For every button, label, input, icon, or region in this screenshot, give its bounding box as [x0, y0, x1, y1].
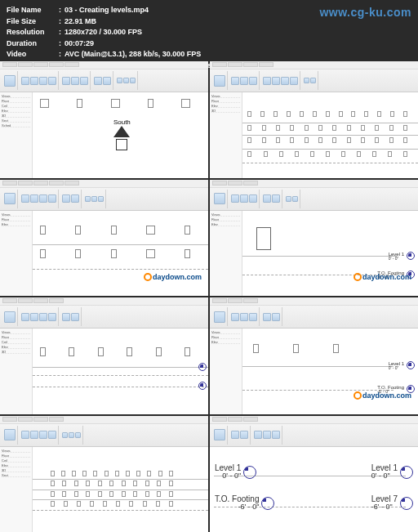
drawing-canvas[interactable]: Level 10' - 0" T.O. Footing-6' - 0" dayd… — [242, 211, 418, 297]
label-resolution: Resolution — [7, 27, 56, 38]
daydown-watermark: daydown.com — [354, 273, 411, 281]
project-browser[interactable]: ViewsFloorCeilElev3D — [0, 329, 33, 414]
level-tag-1[interactable]: Level 10' - 0" — [389, 252, 415, 261]
label-duration: Duration — [7, 38, 56, 50]
level-head-icon — [407, 252, 415, 260]
drawing-canvas[interactable] — [33, 447, 208, 533]
level-tag[interactable] — [198, 363, 207, 371]
level-head-icon — [400, 497, 413, 510]
daydown-watermark: daydown.com — [354, 391, 411, 400]
level-tag-right-1[interactable]: Level 10' - 0" — [371, 464, 413, 480]
value-video: AVC (Main@L3.1), 288 kb/s, 30.000 FPS — [64, 49, 201, 60]
level-tag-left-1[interactable]: Level 10' - 0" — [215, 464, 256, 480]
level-tag-left-footing[interactable]: T.O. Footing-6' - 0" — [215, 495, 274, 511]
thumb-4: ViewsFloorElev Level 10' - 0" T.O. Footi… — [210, 180, 418, 297]
project-browser[interactable]: ViewsFloorElev3D — [210, 92, 242, 178]
drawing-canvas[interactable] — [242, 92, 418, 178]
thumb-2: ViewsFloorElev3D — [210, 61, 418, 178]
media-info-header: File Name:03 - Creating levels.mp4 File … — [0, 0, 418, 61]
project-browser[interactable]: ViewsFloorElev — [210, 211, 242, 297]
thumb-6: ViewsFloorElev Level 10' - 0" T.O. Footi… — [210, 297, 418, 414]
level-head-icon — [400, 466, 413, 479]
drawing-canvas[interactable] — [33, 329, 208, 414]
thumb-1: ViewsFloorCeilElev3DSectSched South — [0, 61, 208, 178]
project-browser[interactable]: ViewsFloorElev — [210, 329, 242, 414]
level-head-icon — [261, 497, 274, 510]
thumb-5: ViewsFloorCeilElev3D — [0, 297, 208, 414]
ribbon[interactable] — [0, 424, 208, 447]
thumb-7: ViewsFloorCeilElev3DSect — [0, 416, 208, 533]
label-filename: File Name — [7, 5, 56, 16]
thumb-8: Level 10' - 0" Level 10' - 0" T.O. Footi… — [210, 416, 418, 533]
label-filesize: File Size — [7, 16, 56, 28]
elevation-marker[interactable]: South — [113, 118, 131, 150]
level-head-icon — [198, 382, 207, 390]
level-head-icon — [198, 363, 207, 371]
value-filename: 03 - Creating levels.mp4 — [64, 5, 149, 16]
drawing-canvas[interactable]: South — [33, 92, 208, 178]
elevation-label: South — [113, 118, 131, 126]
triangle-icon — [113, 126, 130, 137]
ribbon[interactable] — [210, 306, 418, 329]
project-browser[interactable]: ViewsFloorCeilElev3DSect — [0, 447, 33, 533]
drawing-canvas[interactable]: daydown.com — [33, 211, 208, 297]
level-tag[interactable]: Level 10' - 0" — [389, 361, 415, 370]
ribbon[interactable] — [0, 69, 208, 92]
thumbnail-grid: ViewsFloorCeilElev3DSectSched South — [0, 61, 418, 532]
label-video: Video — [7, 49, 56, 60]
project-browser[interactable]: ViewsFloorElev — [0, 211, 33, 297]
ribbon[interactable] — [0, 306, 208, 329]
thumb-3: ViewsFloorElev daydown.com — [0, 180, 208, 297]
level-head-icon — [243, 466, 256, 479]
daydown-watermark: daydown.com — [144, 273, 202, 281]
drawing-canvas[interactable]: Level 10' - 0" Level 10' - 0" T.O. Footi… — [210, 447, 418, 533]
level-tag[interactable] — [198, 382, 207, 390]
value-duration: 00:07:29 — [64, 38, 94, 50]
value-filesize: 22.91 MB — [64, 16, 96, 28]
ribbon[interactable] — [210, 69, 418, 92]
drawing-canvas[interactable]: Level 10' - 0" T.O. Footing-6' - 0" dayd… — [242, 329, 418, 414]
watermark-cgku: www.cg-ku.com — [319, 4, 411, 21]
level-head-icon — [407, 361, 415, 369]
value-resolution: 1280x720 / 30.000 FPS — [64, 27, 142, 38]
ribbon[interactable] — [0, 188, 208, 211]
project-browser[interactable]: ViewsFloorCeilElev3DSectSched — [0, 92, 33, 178]
ribbon[interactable] — [210, 424, 418, 447]
ribbon[interactable] — [210, 188, 418, 211]
level-tag-right-level7[interactable]: Level 7-6' - 0" — [371, 495, 413, 511]
